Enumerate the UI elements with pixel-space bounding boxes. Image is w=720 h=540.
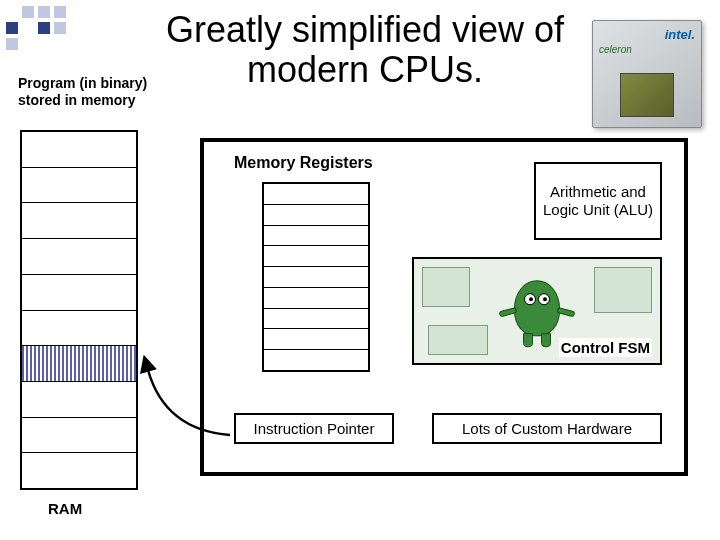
chip-die [620, 73, 674, 117]
cpu-box: Memory Registers Arithmetic and Logic Un… [200, 138, 688, 476]
custom-hardware-box: Lots of Custom Hardware [432, 413, 662, 444]
slide-deco [6, 6, 66, 50]
register-row [264, 246, 368, 267]
control-fsm-label: Control FSM [559, 338, 652, 357]
ram-row [22, 418, 136, 454]
instruction-pointer-box: Instruction Pointer [234, 413, 394, 444]
alu-box: Arithmetic and Logic Unit (ALU) [534, 162, 662, 240]
ram-row [22, 275, 136, 311]
ram-row [22, 168, 136, 204]
register-table [262, 182, 370, 372]
ram-row [22, 453, 136, 488]
register-row [264, 226, 368, 247]
register-row [264, 184, 368, 205]
register-row [264, 329, 368, 350]
register-row [264, 205, 368, 226]
ram-row [22, 239, 136, 275]
ram-table [20, 130, 138, 490]
ram-caption: RAM [48, 500, 82, 517]
ram-row [22, 311, 136, 347]
register-row [264, 288, 368, 309]
register-row [264, 309, 368, 330]
memory-registers-label: Memory Registers [234, 154, 373, 172]
ram-row [22, 132, 136, 168]
program-label-line1: Program (in binary) [18, 75, 147, 91]
creature-icon [514, 280, 560, 336]
program-label: Program (in binary) stored in memory [18, 75, 147, 109]
chip-brand: intel. [599, 27, 695, 42]
cpu-chip-image: intel. celeron [592, 20, 702, 128]
register-row [264, 267, 368, 288]
chip-product: celeron [599, 44, 695, 55]
ram-row-active [22, 346, 136, 382]
program-label-line2: stored in memory [18, 92, 135, 108]
register-row [264, 350, 368, 370]
control-fsm-box: Control FSM [412, 257, 662, 365]
ram-row [22, 203, 136, 239]
slide-title: Greatly simplified view of modern CPUs. [150, 10, 580, 89]
ram-row [22, 382, 136, 418]
